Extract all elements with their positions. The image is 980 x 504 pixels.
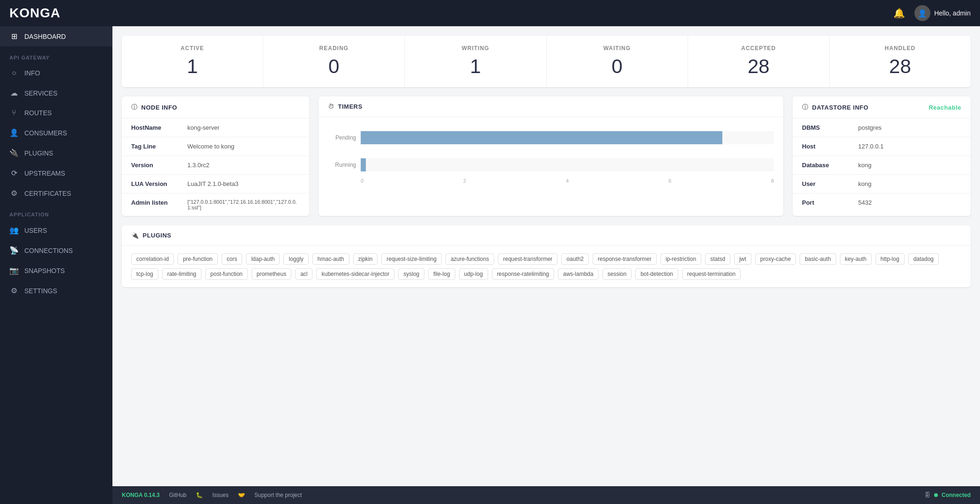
plugin-tag[interactable]: response-transformer — [593, 253, 657, 265]
plugin-tag[interactable]: rate-limiting — [162, 268, 201, 280]
timers-card: ⏱ TIMERS Pending Running — [319, 96, 783, 216]
plugin-tag[interactable]: syslog — [398, 268, 424, 280]
ds-key-port: Port — [802, 199, 858, 206]
consumers-icon: 👤 — [9, 128, 19, 137]
bar-row-running: Running — [328, 158, 774, 171]
plugin-tag[interactable]: prometheus — [252, 268, 291, 280]
info-row-hostname: HostName kong-server — [122, 119, 309, 137]
plugin-tag[interactable]: tcp-log — [131, 268, 158, 280]
sidebar-label-info: INFO — [24, 69, 40, 77]
sidebar-item-services[interactable]: ☁ SERVICES — [0, 83, 112, 103]
plugin-tag[interactable]: aws-lambda — [558, 268, 599, 280]
bottom-left: KONGA 0.14.3 GitHub 🐛 Issues 🤝 Support t… — [122, 492, 302, 498]
sidebar-item-dashboard[interactable]: ⊞ DASHBOARD — [0, 26, 112, 46]
info-row-tagline: Tag Line Welcome to kong — [122, 137, 309, 156]
stat-active-label: ACTIVE — [126, 45, 258, 52]
github-link[interactable]: GitHub — [169, 492, 186, 498]
stat-writing-label: WRITING — [409, 45, 541, 52]
sidebar-item-info[interactable]: ○ INFO — [0, 63, 112, 83]
connected-dot — [934, 493, 938, 497]
bar-chart: Pending Running — [328, 126, 774, 176]
axis-tick-6: 6 — [668, 178, 671, 184]
avatar: 👤 — [914, 5, 930, 21]
plugin-tag[interactable]: cors — [222, 253, 243, 265]
dashboard-icon: ⊞ — [9, 32, 19, 41]
notification-bell-icon[interactable]: 🔔 — [893, 7, 905, 19]
bar-label-running: Running — [328, 162, 356, 168]
axis-tick-4: 4 — [566, 178, 569, 184]
plugin-tag[interactable]: response-ratelimiting — [492, 268, 554, 280]
stat-writing-value: 1 — [409, 55, 541, 78]
sidebar-item-consumers[interactable]: 👤 CONSUMERS — [0, 123, 112, 143]
plugin-tag[interactable]: key-auth — [840, 253, 872, 265]
stat-waiting-value: 0 — [551, 55, 683, 78]
plugin-tag[interactable]: basic-auth — [800, 253, 836, 265]
plugin-tag[interactable]: request-transformer — [498, 253, 557, 265]
plugin-tag[interactable]: request-size-limiting — [381, 253, 442, 265]
datastore-table: DBMS postgres Host 127.0.0.1 Database ko… — [793, 119, 971, 212]
connections-icon: 📡 — [9, 246, 19, 255]
ds-key-database: Database — [802, 162, 858, 169]
sidebar-item-upstreams[interactable]: ⟳ UPSTREAMS — [0, 163, 112, 183]
plugin-tag[interactable]: http-log — [876, 253, 905, 265]
sidebar-item-routes[interactable]: ⑂ ROUTES — [0, 103, 112, 123]
bar-fill-pending — [361, 131, 722, 144]
stats-bar: ACTIVE 1 READING 0 WRITING 1 WAITING 0 A… — [122, 36, 971, 87]
sidebar-label-dashboard: DASHBOARD — [24, 33, 66, 40]
plugin-tag[interactable]: hmac-auth — [312, 253, 349, 265]
services-icon: ☁ — [9, 89, 19, 97]
sidebar-item-snapshots[interactable]: 📷 SNAPSHOTS — [0, 260, 112, 281]
plugin-tag[interactable]: zipkin — [353, 253, 378, 265]
plugin-tag[interactable]: acl — [295, 268, 312, 280]
node-info-title: NODE INFO — [141, 104, 178, 111]
info-val-lua: LuaJIT 2.1.0-beta3 — [187, 180, 238, 187]
stat-accepted-label: ACCEPTED — [693, 45, 824, 52]
datastore-card: ⓘ DATASTORE INFO Reachable DBMS postgres… — [793, 96, 971, 216]
plugin-tag[interactable]: bot-detection — [635, 268, 678, 280]
sidebar-item-users[interactable]: 👥 USERS — [0, 220, 112, 240]
info-val-tagline: Welcome to kong — [187, 143, 234, 150]
plugin-tag[interactable]: request-termination — [682, 268, 741, 280]
info-key-adminlisten: Admin listen — [131, 199, 187, 210]
plugin-tag[interactable]: jwt — [734, 253, 751, 265]
plugin-tag[interactable]: file-log — [428, 268, 455, 280]
node-info-header: ⓘ NODE INFO — [122, 96, 309, 119]
plugin-tag[interactable]: azure-functions — [445, 253, 494, 265]
info-val-hostname: kong-server — [187, 124, 220, 131]
plugin-tag[interactable]: kubernetes-sidecar-injector — [316, 268, 394, 280]
plugin-tag[interactable]: correlation-id — [131, 253, 174, 265]
snapshots-icon: 📷 — [9, 266, 19, 275]
plugin-tag[interactable]: loggly — [283, 253, 308, 265]
support-link[interactable]: Support the project — [254, 492, 302, 498]
plugin-tag[interactable]: statsd — [705, 253, 730, 265]
ds-val-host: 127.0.0.1 — [858, 143, 883, 150]
plugin-tag[interactable]: oauth2 — [561, 253, 589, 265]
plugin-tag[interactable]: ip-restriction — [661, 253, 701, 265]
routes-icon: ⑂ — [9, 109, 19, 117]
bottom-bar: KONGA 0.14.3 GitHub 🐛 Issues 🤝 Support t… — [112, 486, 980, 504]
info-icon: ○ — [9, 69, 19, 77]
plugin-tag[interactable]: proxy-cache — [755, 253, 796, 265]
sidebar-item-connections[interactable]: 📡 CONNECTIONS — [0, 240, 112, 260]
stat-handled-label: HANDLED — [834, 45, 966, 52]
sidebar-item-plugins[interactable]: 🔌 PLUGINS — [0, 143, 112, 163]
bottom-version: KONGA 0.14.3 — [122, 492, 160, 498]
plugin-tag[interactable]: ldap-auth — [246, 253, 280, 265]
stat-handled-value: 28 — [834, 55, 966, 78]
plugin-tag[interactable]: datadog — [908, 253, 939, 265]
sidebar-item-certificates[interactable]: ⚙ CERTIFICATES — [0, 183, 112, 203]
stat-accepted: ACCEPTED 28 — [688, 36, 830, 87]
plugins-icon: 🔌 — [9, 148, 19, 157]
sidebar-label-services: SERVICES — [24, 89, 58, 97]
info-row-version: Version 1.3.0rc2 — [122, 156, 309, 175]
stat-writing: WRITING 1 — [405, 36, 546, 87]
stat-waiting: WAITING 0 — [547, 36, 688, 87]
axis-tick-0: 0 — [361, 178, 364, 184]
issues-link[interactable]: Issues — [212, 492, 229, 498]
sidebar-item-settings[interactable]: ⚙ SETTINGS — [0, 281, 112, 301]
user-menu[interactable]: 👤 Hello, admin — [914, 5, 971, 21]
plugin-tag[interactable]: session — [602, 268, 632, 280]
plugin-tag[interactable]: pre-function — [178, 253, 217, 265]
plugin-tag[interactable]: udp-log — [459, 268, 488, 280]
plugin-tag[interactable]: post-function — [205, 268, 248, 280]
